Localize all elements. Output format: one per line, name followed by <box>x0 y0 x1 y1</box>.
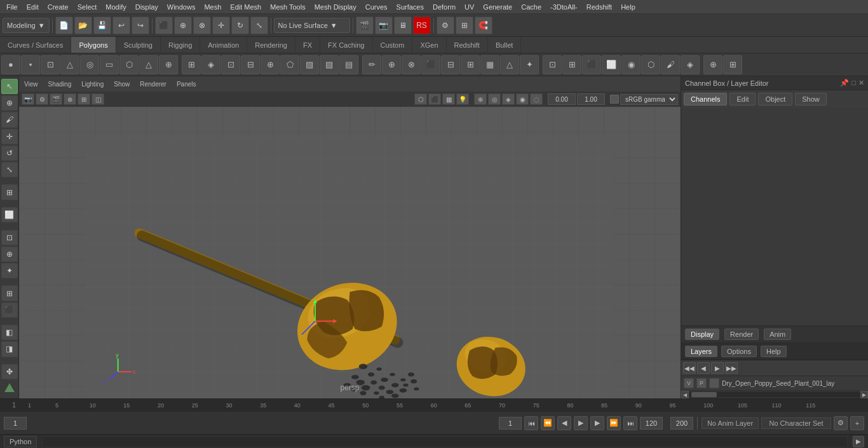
prev-frame-btn[interactable]: ◀ <box>557 416 571 430</box>
ruler-tick-40[interactable]: 40 <box>294 402 301 409</box>
maximize-icon[interactable]: □ <box>851 79 856 87</box>
show-manipulator-btn[interactable]: ⊞ <box>1 184 18 200</box>
ruler-tick-65[interactable]: 65 <box>465 402 471 409</box>
tab-channels[interactable]: Channels <box>684 93 727 105</box>
pin-icon[interactable]: 📌 <box>840 79 849 87</box>
ruler-tick-50[interactable]: 50 <box>362 402 369 409</box>
retopo-icon[interactable]: ⊞ <box>723 55 742 74</box>
bool-union-icon[interactable]: ▨ <box>300 55 319 74</box>
move-btn[interactable]: ✛ <box>212 17 230 34</box>
layer-arrow-left-btn[interactable]: ◀◀ <box>683 362 696 374</box>
menu-generate[interactable]: Generate <box>479 2 516 12</box>
menu-windows[interactable]: Windows <box>163 2 200 12</box>
origin-btn[interactable]: ⊕ <box>64 93 76 105</box>
solid-btn[interactable]: ⬛ <box>428 93 441 105</box>
dof-btn[interactable]: ◌ <box>530 93 543 105</box>
ruler-tick-35[interactable]: 35 <box>260 402 266 409</box>
viewport-canvas[interactable]: x y z persp <box>19 107 681 398</box>
soft-sel-icon[interactable]: ◉ <box>621 55 641 74</box>
lasso-mode-btn[interactable]: ⊕ <box>1 95 18 111</box>
scroll-right-btn[interactable]: ▶ <box>860 391 868 398</box>
vp-renderer-menu[interactable]: Renderer <box>137 79 169 89</box>
workspace-dropdown[interactable]: Modeling ▼ <box>3 18 50 33</box>
ring-icon[interactable]: ⊞ <box>562 55 581 74</box>
tab-redshift[interactable]: Redshift <box>447 37 488 53</box>
ao-btn[interactable]: ◉ <box>516 93 529 105</box>
camera-btn[interactable]: 📷 <box>22 93 34 105</box>
vp-shading-menu[interactable]: Shading <box>46 79 74 89</box>
bool-int-icon[interactable]: ▤ <box>339 55 358 74</box>
tab-show[interactable]: Show <box>795 93 827 105</box>
sym-icon[interactable]: ⬡ <box>641 55 660 74</box>
max-end-input[interactable] <box>670 417 693 430</box>
move-mode-btn[interactable]: ✛ <box>1 129 18 144</box>
python-tab[interactable]: Python <box>4 436 37 447</box>
quad-icon[interactable]: ▦ <box>480 55 499 74</box>
loop-icon[interactable]: ⊡ <box>543 55 562 74</box>
pipe-icon[interactable]: ⊕ <box>159 55 178 74</box>
tab-display[interactable]: Display <box>685 329 719 340</box>
grid-btn[interactable]: ⊞ <box>78 93 90 105</box>
region-select-btn[interactable]: ⬜ <box>1 207 18 222</box>
ruler-tick-105[interactable]: 105 <box>738 402 747 409</box>
tab-animation[interactable]: Animation <box>200 37 247 53</box>
char-set-settings-btn[interactable]: ⚙ <box>834 416 848 430</box>
ruler-tick-30[interactable]: 30 <box>226 402 232 409</box>
tab-polygons[interactable]: Polygons <box>71 37 116 53</box>
ruler-tick-85[interactable]: 85 <box>601 402 607 409</box>
menu-modify[interactable]: Modify <box>102 2 130 12</box>
shadow-btn[interactable]: ◈ <box>502 93 515 105</box>
mirror-icon[interactable]: ⊟ <box>441 55 460 74</box>
range-end-input[interactable] <box>640 417 663 430</box>
undo-btn[interactable]: ↩ <box>112 17 130 34</box>
tab-object[interactable]: Object <box>758 93 792 105</box>
layer-playback-btn[interactable]: P <box>696 378 707 388</box>
select-mode-btn[interactable]: ↖ <box>1 79 18 94</box>
menu-redshift[interactable]: Redshift <box>583 2 616 12</box>
tab-edit[interactable]: Edit <box>729 93 756 105</box>
light-btn[interactable]: 💡 <box>456 93 469 105</box>
pen-icon[interactable]: ✏ <box>362 55 381 74</box>
tab-render[interactable]: Render <box>724 329 759 340</box>
settings-btn[interactable]: ⚙ <box>437 17 454 34</box>
cylinder-icon[interactable]: ⊡ <box>41 55 60 74</box>
scroll-left-btn[interactable]: ◀ <box>681 391 689 398</box>
tab-xgen[interactable]: XGen <box>412 37 446 53</box>
layer-scrollbar[interactable]: ◀ ▶ <box>681 391 868 398</box>
sphere-icon[interactable]: ● <box>1 55 20 74</box>
scroll-thumb[interactable] <box>691 392 717 397</box>
ruler-tick-55[interactable]: 55 <box>397 402 403 409</box>
select-tool-btn[interactable]: ⬛ <box>155 17 173 34</box>
coord-x-input[interactable] <box>548 93 576 105</box>
wireframe-btn[interactable]: ⬡ <box>414 93 427 105</box>
tab-anim[interactable]: Anim <box>764 329 791 340</box>
ruler-tick-45[interactable]: 45 <box>329 402 335 409</box>
bevel-icon[interactable]: ⬠ <box>280 55 299 74</box>
bool-diff-icon[interactable]: ▧ <box>320 55 339 74</box>
new-scene-btn[interactable]: 📄 <box>55 17 73 34</box>
ruler-tick-110[interactable]: 110 <box>772 402 782 409</box>
ruler-tick-1[interactable]: 1 <box>28 402 31 409</box>
char-set-extra-btn[interactable]: + <box>850 416 864 430</box>
menu-surfaces[interactable]: Surfaces <box>393 2 428 12</box>
tab-bullet[interactable]: Bullet <box>488 37 522 53</box>
grid-toggle-btn[interactable]: ⊞ <box>456 17 473 34</box>
script-input-area[interactable] <box>42 436 848 447</box>
scale-btn[interactable]: ⤡ <box>250 17 268 34</box>
menu-mesh-tools[interactable]: Mesh Tools <box>266 2 309 12</box>
snap-point-btn[interactable]: ✦ <box>1 263 18 278</box>
isolate-btn[interactable]: ⊕ <box>474 93 487 105</box>
render-btn[interactable]: 🎬 <box>356 17 374 34</box>
tab-custom[interactable]: Custom <box>373 37 413 53</box>
ipr-btn[interactable]: 🖥 <box>394 17 412 34</box>
menu-file[interactable]: File <box>3 2 22 12</box>
resolution-btn[interactable]: ◎ <box>488 93 501 105</box>
menu-edit-mesh[interactable]: Edit Mesh <box>226 2 265 12</box>
channel-toggle-btn[interactable]: ◨ <box>1 341 18 356</box>
tab-fx-caching[interactable]: FX Caching <box>320 37 372 53</box>
flip-icon[interactable]: ⊞ <box>461 55 480 74</box>
snap-btn[interactable]: 🧲 <box>475 17 492 34</box>
plane-icon[interactable]: ▭ <box>100 55 119 74</box>
ruler-tick-25[interactable]: 25 <box>192 402 198 409</box>
go-to-end-btn[interactable]: ⏭ <box>623 416 637 430</box>
